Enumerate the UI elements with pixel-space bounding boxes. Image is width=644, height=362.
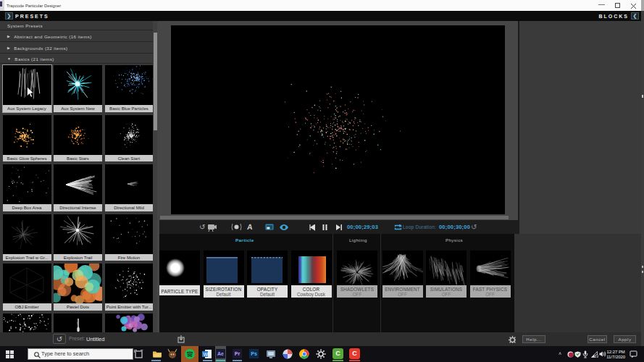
svg-text:W: W: [204, 352, 209, 357]
